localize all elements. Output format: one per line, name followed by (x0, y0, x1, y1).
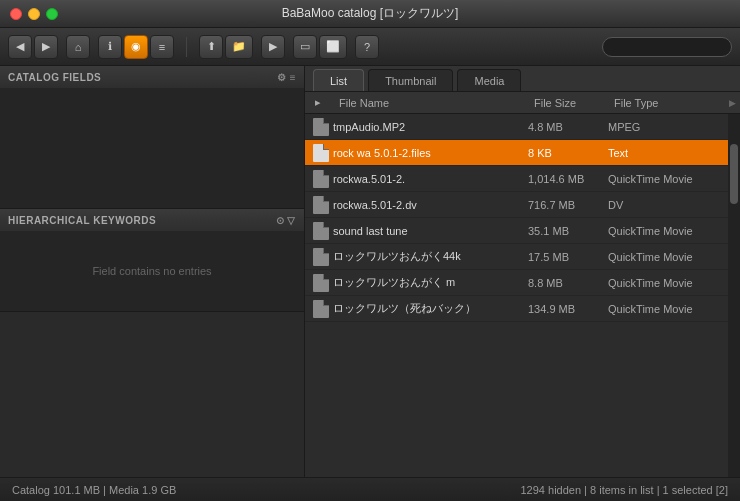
file-type: QuickTime Movie (608, 277, 724, 289)
file-type: Text (608, 147, 724, 159)
keywords-section: HIERARCHICAL KEYWORDS ⊙ ▽ Field contains… (0, 209, 304, 312)
file-list: tmpAudio.MP2 4.8 MB MPEG rock wa 5.0.1-2… (305, 114, 728, 477)
status-left: Catalog 101.1 MB | Media 1.9 GB (12, 484, 176, 496)
badge-button[interactable]: ◉ (124, 35, 148, 59)
file-size: 8.8 MB (528, 277, 608, 289)
file-icon (309, 170, 333, 188)
file-size: 134.9 MB (528, 303, 608, 315)
traffic-lights (10, 8, 58, 20)
file-size: 8 KB (528, 147, 608, 159)
close-button[interactable] (10, 8, 22, 20)
keywords-header: HIERARCHICAL KEYWORDS ⊙ ▽ (0, 209, 304, 231)
col-header-type[interactable]: File Type (608, 97, 729, 109)
play-button[interactable]: ▶ (261, 35, 285, 59)
tab-media[interactable]: Media (457, 69, 521, 91)
file-icon (309, 274, 333, 292)
view-group: ▭ ⬜ (293, 35, 347, 59)
file-icon (309, 222, 333, 240)
catalog-fields-header: CATALOG FIELDS ⚙ ≡ (0, 66, 304, 88)
preview-button[interactable]: ▭ (293, 35, 317, 59)
folder-group: ⬆ 📁 (199, 35, 253, 59)
col-header-icon[interactable]: ▸ (309, 96, 333, 109)
home-button[interactable]: ⌂ (66, 35, 90, 59)
file-list-container: tmpAudio.MP2 4.8 MB MPEG rock wa 5.0.1-2… (305, 114, 740, 477)
catalog-fields-content (0, 88, 304, 208)
forward-button[interactable]: ▶ (34, 35, 58, 59)
file-name: rockwa.5.01-2. (333, 173, 528, 185)
tab-thumbnail[interactable]: Thumbnail (368, 69, 453, 91)
maximize-button[interactable] (46, 8, 58, 20)
column-headers: ▸ File Name File Size File Type ▶ (305, 92, 740, 114)
table-row[interactable]: rock wa 5.0.1-2.files 8 KB Text (305, 140, 728, 166)
scrollbar-track[interactable] (728, 114, 740, 477)
table-row[interactable]: rockwa.5.01-2.dv 716.7 MB DV (305, 192, 728, 218)
file-type: QuickTime Movie (608, 173, 724, 185)
file-icon (309, 248, 333, 266)
separator-1 (186, 37, 187, 57)
minimize-button[interactable] (28, 8, 40, 20)
file-area: List Thumbnail Media ▸ File Name File Si… (305, 66, 740, 477)
tabs-bar: List Thumbnail Media (305, 66, 740, 92)
file-name: rockwa.5.01-2.dv (333, 199, 528, 211)
file-size: 35.1 MB (528, 225, 608, 237)
window-title: BaBaMoo catalog [ロックワルツ] (282, 5, 459, 22)
status-right: 1294 hidden | 8 items in list | 1 select… (520, 484, 728, 496)
folder-up-button[interactable]: ⬆ (199, 35, 223, 59)
file-size: 716.7 MB (528, 199, 608, 211)
main-area: CATALOG FIELDS ⚙ ≡ HIERARCHICAL KEYWORDS… (0, 66, 740, 477)
toolbar: ◀ ▶ ⌂ ℹ ◉ ≡ ⬆ 📁 ▶ ▭ ⬜ ? (0, 28, 740, 66)
scrollbar-thumb[interactable] (730, 144, 738, 204)
keywords-content: Field contains no entries (0, 231, 304, 311)
file-type: MPEG (608, 121, 724, 133)
file-icon (309, 144, 333, 162)
no-entries-label: Field contains no entries (92, 265, 211, 277)
action-group: ℹ ◉ ≡ (98, 35, 174, 59)
file-icon (309, 118, 333, 136)
file-type: QuickTime Movie (608, 251, 724, 263)
file-name: ロックワルツおんがく m (333, 275, 528, 290)
sidebar: CATALOG FIELDS ⚙ ≡ HIERARCHICAL KEYWORDS… (0, 66, 305, 477)
file-type: QuickTime Movie (608, 303, 724, 315)
catalog-fields-label: CATALOG FIELDS (8, 72, 101, 83)
file-size: 4.8 MB (528, 121, 608, 133)
info-button[interactable]: ℹ (98, 35, 122, 59)
table-row[interactable]: rockwa.5.01-2. 1,014.6 MB QuickTime Movi… (305, 166, 728, 192)
nav-button[interactable]: ≡ (150, 35, 174, 59)
extra-button[interactable]: ⬜ (319, 35, 347, 59)
file-name: tmpAudio.MP2 (333, 121, 528, 133)
folder-button[interactable]: 📁 (225, 35, 253, 59)
file-type: DV (608, 199, 724, 211)
file-icon (309, 196, 333, 214)
file-name: ロックワルツ（死ねバック） (333, 301, 528, 316)
table-row[interactable]: ロックワルツ（死ねバック） 134.9 MB QuickTime Movie (305, 296, 728, 322)
title-bar: BaBaMoo catalog [ロックワルツ] (0, 0, 740, 28)
keywords-label: HIERARCHICAL KEYWORDS (8, 215, 156, 226)
col-arrow-icon: ▶ (729, 98, 736, 108)
col-header-name[interactable]: File Name (333, 97, 528, 109)
table-row[interactable]: sound last tune 35.1 MB QuickTime Movie (305, 218, 728, 244)
file-name: ロックワルツおんがく44k (333, 249, 528, 264)
col-header-size[interactable]: File Size (528, 97, 608, 109)
help-button[interactable]: ? (355, 35, 379, 59)
file-name: rock wa 5.0.1-2.files (333, 147, 528, 159)
nav-group: ◀ ▶ (8, 35, 58, 59)
back-button[interactable]: ◀ (8, 35, 32, 59)
search-input[interactable] (602, 37, 732, 57)
catalog-fields-section: CATALOG FIELDS ⚙ ≡ (0, 66, 304, 209)
tab-list[interactable]: List (313, 69, 364, 91)
status-bar: Catalog 101.1 MB | Media 1.9 GB 1294 hid… (0, 477, 740, 501)
file-size: 1,014.6 MB (528, 173, 608, 185)
file-name: sound last tune (333, 225, 528, 237)
file-size: 17.5 MB (528, 251, 608, 263)
file-type: QuickTime Movie (608, 225, 724, 237)
keywords-icons: ⊙ ▽ (276, 215, 296, 226)
table-row[interactable]: ロックワルツおんがく m 8.8 MB QuickTime Movie (305, 270, 728, 296)
file-icon (309, 300, 333, 318)
table-row[interactable]: ロックワルツおんがく44k 17.5 MB QuickTime Movie (305, 244, 728, 270)
table-row[interactable]: tmpAudio.MP2 4.8 MB MPEG (305, 114, 728, 140)
catalog-fields-icons: ⚙ ≡ (277, 72, 296, 83)
